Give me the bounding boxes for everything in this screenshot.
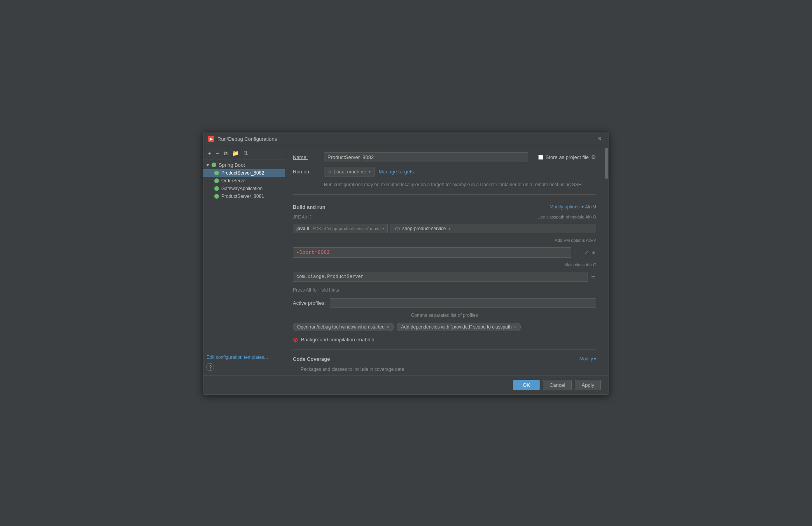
- jre-row: JRE Alt+J Use classpath of module Alt+O: [293, 215, 596, 219]
- scrollbar-thumb: [605, 148, 608, 179]
- local-machine-label: Local machine: [334, 169, 366, 175]
- run-on-row: Run on: ⌂ Local machine ▾ Manage targets…: [293, 167, 596, 176]
- spring-icon-2: [214, 178, 219, 183]
- tree-group-springboot: ▾ Spring Boot ProductServer_8082 OrderSe…: [203, 159, 285, 202]
- dialog-title: Run/Debug Configurations: [217, 136, 277, 142]
- store-checkbox[interactable]: [538, 155, 543, 160]
- run-on-label: Run on:: [293, 169, 320, 175]
- group-label: Spring Boot: [219, 162, 245, 168]
- profiles-input[interactable]: [330, 298, 596, 308]
- tag-close-2[interactable]: ×: [513, 325, 516, 329]
- cp-dropdown-btn[interactable]: ▾: [448, 226, 451, 231]
- info-text: Run configurations may be executed local…: [293, 181, 596, 188]
- main-class-row: ☰: [293, 272, 596, 282]
- main-content: + − ⧉ 📁 ⇅ ▾ Spring Boot ProductServer_80…: [203, 146, 609, 376]
- copy-config-button[interactable]: ⧉: [222, 149, 229, 157]
- manage-targets-link[interactable]: Manage targets...: [379, 169, 418, 175]
- apply-button[interactable]: Apply: [575, 380, 601, 390]
- run-debug-dialog: ▶ Run/Debug Configurations × + − ⧉ 📁 ⇅ ▾…: [203, 132, 609, 395]
- tag-add-deps: Add dependencies with "provided" scope t…: [397, 323, 521, 331]
- name-input[interactable]: [324, 152, 528, 162]
- sidebar-footer: Edit configuration templates... ?: [203, 351, 285, 374]
- tree-item-gatewayapp[interactable]: GatewayApplication: [203, 185, 285, 192]
- spring-icon: [212, 163, 216, 167]
- shortcut-hint: Alt+M: [585, 204, 596, 209]
- name-row: Name: Store as project file ⚙: [293, 152, 596, 162]
- vm-hint-row: Add VM options Alt+V: [293, 238, 596, 243]
- vm-icons: ⤢ ⊞: [584, 249, 596, 256]
- vm-action-btn[interactable]: ⊞: [591, 249, 596, 256]
- folder-config-button[interactable]: 📁: [231, 149, 240, 157]
- sort-config-button[interactable]: ⇅: [242, 149, 250, 157]
- local-machine-dropdown[interactable]: ⌂ Local machine ▾: [324, 167, 375, 176]
- store-row: Store as project file ⚙: [538, 154, 596, 160]
- scrollbar[interactable]: [604, 146, 609, 376]
- help-button[interactable]: ?: [206, 363, 214, 371]
- store-label: Store as project file: [546, 154, 589, 160]
- vm-input[interactable]: [293, 247, 571, 258]
- modify-link[interactable]: Modify ▾: [579, 356, 596, 362]
- remove-config-button[interactable]: −: [214, 149, 220, 157]
- gear-icon: ⚙: [591, 154, 596, 160]
- chevron-icon: ▾: [581, 204, 584, 210]
- title-bar-left: ▶ Run/Debug Configurations: [208, 136, 277, 142]
- red-arrow-icon: ←: [574, 248, 581, 257]
- main-class-action-btn[interactable]: ☰: [590, 273, 596, 280]
- profiles-row: Active profiles:: [293, 298, 596, 308]
- tree-item-productserver8081[interactable]: ProductServer_8081: [203, 192, 285, 200]
- title-bar: ▶ Run/Debug Configurations ×: [203, 132, 609, 146]
- tag-open-window: Open run/debug tool window when started …: [293, 323, 394, 331]
- app-icon: ▶: [208, 136, 214, 142]
- main-class-input[interactable]: [293, 272, 588, 282]
- jre-hint: JRE Alt+J: [293, 215, 312, 219]
- tag-label-1: Open run/debug tool window when started: [297, 324, 385, 330]
- spring-icon-3: [214, 186, 219, 191]
- tags-row: Open run/debug tool window when started …: [293, 323, 596, 331]
- java-dropdown-arrow: ▾: [382, 226, 384, 231]
- tag-close-1[interactable]: ×: [386, 325, 389, 329]
- right-panel: Name: Store as project file ⚙ Run on: ⌂ …: [285, 146, 604, 376]
- tag-label-2: Add dependencies with "provided" scope t…: [401, 324, 512, 330]
- build-run-header: Build and run Modify options ▾ Alt+M: [293, 204, 596, 210]
- java-version-dropdown[interactable]: java 8 SDK of 'shop-product-service' mod…: [293, 224, 388, 233]
- home-icon: ⌂: [328, 169, 331, 175]
- java-version-label: java 8: [296, 226, 309, 231]
- spring-icon-4: [214, 194, 219, 199]
- code-coverage-title: Code Coverage: [293, 356, 330, 362]
- name-label: Name:: [293, 154, 320, 160]
- code-coverage-row: Code Coverage Modify ▾: [293, 356, 596, 362]
- sidebar-toolbar: + − ⧉ 📁 ⇅: [203, 148, 285, 159]
- main-class-hint: Main class Alt+C: [564, 262, 596, 267]
- cp-input: -cp shop-product-service ▾: [390, 224, 596, 233]
- packages-label: Packages and classes to include in cover…: [293, 367, 596, 372]
- press-alt-hint: Press Alt for field hints: [293, 287, 596, 294]
- warning-row: ⊗ Background compilation enabled: [293, 336, 596, 343]
- expand-vm-btn[interactable]: ⤢: [584, 249, 589, 256]
- warning-text: Background compilation enabled: [301, 337, 374, 343]
- divider-1: [293, 194, 596, 195]
- comma-hint: Comma separated list of profiles: [293, 313, 596, 318]
- profiles-label: Active profiles:: [293, 300, 326, 306]
- cancel-button[interactable]: Cancel: [543, 380, 572, 390]
- warning-icon: ⊗: [293, 336, 298, 343]
- tree-group-header[interactable]: ▾ Spring Boot: [203, 161, 285, 169]
- expand-icon: ▾: [206, 162, 209, 168]
- use-classpath-hint: Use classpath of module Alt+O: [537, 215, 596, 219]
- divider-2: [293, 350, 596, 350]
- ok-button[interactable]: OK: [513, 380, 540, 390]
- cp-value: shop-product-service: [402, 226, 446, 231]
- build-run-inputs: java 8 SDK of 'shop-product-service' mod…: [293, 224, 596, 233]
- tree-item-productserver8082[interactable]: ProductServer_8082: [203, 169, 285, 177]
- build-run-title: Build and run: [293, 204, 326, 210]
- dropdown-arrow: ▾: [369, 170, 371, 174]
- main-class-hint-row: Main class Alt+C: [293, 262, 596, 267]
- sdk-label: SDK of 'shop-product-service' modu: [312, 226, 380, 231]
- sidebar: + − ⧉ 📁 ⇅ ▾ Spring Boot ProductServer_80…: [203, 146, 285, 376]
- close-button[interactable]: ×: [596, 135, 604, 143]
- add-config-button[interactable]: +: [206, 149, 213, 157]
- bottom-bar: OK Cancel Apply: [203, 376, 609, 394]
- modify-options-btn[interactable]: Modify options ▾ Alt+M: [550, 204, 596, 210]
- vm-options-hint: Add VM options Alt+V: [555, 238, 596, 243]
- edit-templates-link[interactable]: Edit configuration templates...: [206, 355, 268, 360]
- tree-item-orderserver[interactable]: OrderServer: [203, 177, 285, 185]
